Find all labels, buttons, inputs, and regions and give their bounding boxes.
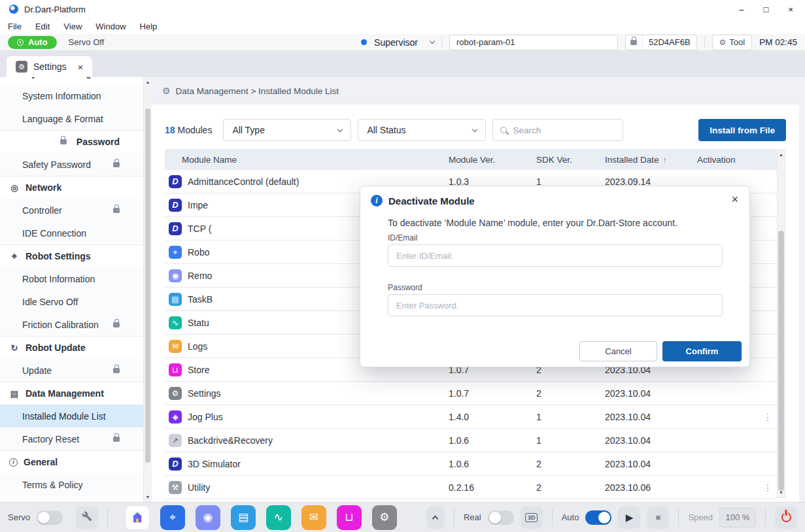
- sidebar-item-robot-information[interactable]: Robot Information: [0, 267, 143, 290]
- content-area: ⚙ Data Management > Installed Module Lis…: [152, 77, 805, 502]
- gear-icon: ⚙: [719, 38, 727, 47]
- tab-bar: ⚙ Settings ×: [0, 51, 805, 77]
- lock-icon: [113, 208, 120, 213]
- speed-value[interactable]: 100 %: [719, 508, 756, 527]
- real-mode-toggle[interactable]: [488, 510, 514, 525]
- search-input[interactable]: [513, 125, 615, 135]
- tool-button-label: Tool: [729, 37, 745, 47]
- table-header: Module NameModule Ver.SDK Ver.Installed …: [165, 149, 777, 170]
- sidebar-item-system-settings[interactable]: System Settings: [0, 77, 143, 84]
- tab-close-icon[interactable]: ×: [78, 61, 84, 73]
- robot-serial-badge[interactable]: 52D4AF6B: [625, 35, 697, 50]
- play-button[interactable]: ▶: [618, 507, 640, 529]
- sidebar-item-terms-policy[interactable]: Terms & Policy: [0, 473, 143, 496]
- logs-app-icon[interactable]: ✉: [301, 505, 326, 530]
- simulator-3d-button[interactable]: 3D: [521, 507, 543, 529]
- table-row-backdrive-recovery[interactable]: ↗Backdrive&Recovery1.0.612023.10.04: [165, 429, 777, 452]
- task-glyph: ▤: [238, 510, 248, 524]
- module-version-cell: 1.0.6: [449, 435, 536, 446]
- deactivate-module-dialog: Deactivate Module × To deactivate ‘Modul…: [360, 186, 750, 367]
- store-module-icon: ⊔: [169, 363, 182, 376]
- sidebar-scroll-thumb[interactable]: [145, 108, 150, 463]
- close-button[interactable]: ×: [788, 5, 793, 14]
- maximize-button[interactable]: □: [764, 5, 769, 14]
- settings-gear-icon: ⚙: [16, 61, 27, 73]
- table-scroll-thumb[interactable]: [778, 231, 784, 491]
- tool-wrench-button[interactable]: [76, 507, 98, 529]
- module-name: Impe: [188, 200, 208, 210]
- column-header-module-ver[interactable]: Module Ver.: [449, 155, 536, 165]
- table-scrollbar[interactable]: ▲ ▼: [777, 149, 785, 498]
- sidebar-item-robot-update[interactable]: Robot Update: [0, 336, 143, 359]
- status-filter-select[interactable]: All Status: [358, 119, 486, 141]
- tool-button[interactable]: ⚙ Tool: [712, 35, 753, 50]
- tab-settings[interactable]: ⚙ Settings ×: [7, 56, 92, 77]
- confirm-button[interactable]: Confirm: [662, 341, 742, 361]
- menu-edit[interactable]: Edit: [35, 22, 50, 31]
- sidebar-item-password[interactable]: Password: [0, 130, 143, 153]
- table-row-jog-plus[interactable]: ◈Jog Plus1.4.012023.10.04⋮: [165, 405, 777, 429]
- store-app-icon[interactable]: ⊔: [337, 505, 362, 530]
- home-app-icon[interactable]: [125, 505, 150, 530]
- kebab-menu-icon[interactable]: ⋮: [763, 482, 772, 493]
- table-row-utility[interactable]: ⚒Utility0.2.1622023.10.06⋮: [165, 476, 777, 499]
- robot-icon: [9, 250, 20, 262]
- column-header-module-name[interactable]: Module Name: [165, 155, 449, 165]
- table-row-settings[interactable]: ⚙Settings1.0.722023.10.04: [165, 382, 777, 405]
- install-from-file-button[interactable]: Install from File: [698, 119, 786, 141]
- sidebar-item-general[interactable]: General: [0, 450, 143, 473]
- cancel-button[interactable]: Cancel: [579, 341, 657, 361]
- auto-mode-toggle[interactable]: [585, 510, 611, 525]
- sidebar-item-safety-password[interactable]: Safety Password: [0, 153, 143, 176]
- module-version-cell: 0.2.16: [449, 482, 536, 493]
- column-header-installed-date[interactable]: Installed Date↑: [605, 155, 697, 165]
- task-app-icon[interactable]: ▤: [231, 505, 256, 530]
- sidebar-item-update[interactable]: Update: [0, 359, 143, 382]
- power-button[interactable]: [775, 507, 797, 529]
- sidebar-item-controller[interactable]: Controller: [0, 199, 143, 222]
- sidebar-item-ide-connection[interactable]: IDE Connection: [0, 222, 143, 244]
- menu-view[interactable]: View: [63, 22, 82, 31]
- remote-app-icon[interactable]: ◉: [196, 505, 220, 530]
- table-row-3d-simulator[interactable]: D3D Simulator1.0.622023.10.04: [165, 452, 777, 476]
- menu-file[interactable]: File: [8, 22, 22, 31]
- menu-help[interactable]: Help: [140, 22, 158, 31]
- column-header-activation[interactable]: Activation: [697, 155, 759, 165]
- menu-window[interactable]: Window: [95, 22, 126, 31]
- scroll-up-icon[interactable]: ▲: [144, 80, 152, 84]
- minimize-button[interactable]: –: [739, 5, 744, 14]
- scroll-down-icon[interactable]: ▼: [144, 495, 152, 499]
- sidebar-scrollbar[interactable]: ▲ ▼: [143, 77, 152, 502]
- type-filter-select[interactable]: All Type: [223, 119, 351, 141]
- scroll-up-icon[interactable]: ▲: [778, 152, 785, 157]
- stop-button[interactable]: ■: [647, 507, 669, 529]
- remote-glyph: ◉: [203, 510, 213, 524]
- dialog-close-icon[interactable]: ×: [731, 193, 738, 207]
- kebab-menu-icon[interactable]: ⋮: [763, 412, 772, 422]
- robot-app-icon[interactable]: ⌖: [160, 505, 185, 530]
- servo-toggle[interactable]: [37, 510, 63, 525]
- column-header-sdk-ver[interactable]: SDK Ver.: [536, 155, 605, 165]
- sidebar-item-system-information[interactable]: System Information: [0, 84, 143, 107]
- sidebar-item-data-management[interactable]: Data Management: [0, 382, 143, 405]
- sidebar-item-friction-calibration[interactable]: Friction Calibration: [0, 313, 143, 336]
- mode-badge[interactable]: Auto: [8, 36, 57, 49]
- sidebar-item-network[interactable]: Network: [0, 176, 143, 199]
- activation-cell: [697, 482, 759, 493]
- sidebar-item-language-format[interactable]: Language & Format: [0, 107, 143, 130]
- lock-icon: [60, 139, 67, 144]
- sidebar-item-label: Safety Password: [22, 159, 91, 170]
- status-app-icon[interactable]: ∿: [266, 505, 291, 530]
- collapse-panel-button[interactable]: [426, 507, 445, 529]
- sidebar-item-idle-servo-off[interactable]: Idle Servo Off: [0, 290, 143, 313]
- id-email-field[interactable]: [388, 244, 723, 267]
- chevron-up-icon: [432, 516, 439, 522]
- role-chevron-down-icon[interactable]: [430, 39, 435, 44]
- robot-param-input[interactable]: [449, 35, 618, 50]
- sidebar-item-robot-settings[interactable]: Robot Settings: [0, 244, 143, 267]
- scroll-down-icon[interactable]: ▼: [778, 490, 785, 495]
- settings-app-icon[interactable]: ⚙: [372, 505, 397, 530]
- sidebar-item-factory-reset[interactable]: Factory Reset: [0, 427, 143, 450]
- sidebar-item-installed-module-list[interactable]: Installed Module List: [0, 405, 143, 427]
- password-field[interactable]: [388, 294, 723, 316]
